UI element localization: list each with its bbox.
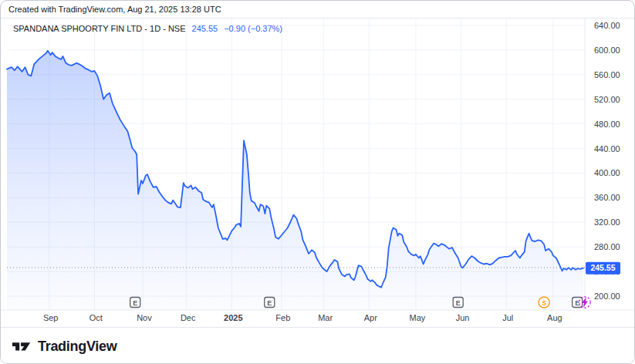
- price-axis-label: 440.00: [594, 144, 620, 153]
- time-axis-label: Sep: [43, 313, 59, 322]
- price-axis-label: 360.00: [594, 193, 620, 202]
- split-badge[interactable]: S: [539, 297, 549, 308]
- earnings-letter: E: [456, 299, 461, 307]
- time-axis-label: Apr: [364, 313, 377, 322]
- time-axis-label: Dec: [181, 313, 196, 322]
- time-axis-label: Oct: [90, 313, 103, 322]
- price-axis-label: 400.00: [594, 168, 620, 177]
- chart-area: 640.00600.00560.00520.00480.00440.00400.…: [1, 19, 635, 327]
- price-axis-label: 200.00: [594, 292, 620, 301]
- time-axis-label: Jun: [456, 313, 470, 322]
- earnings-badge[interactable]: E: [265, 298, 275, 308]
- attribution-bar: Created with TradingView.com, Aug 21, 20…: [1, 1, 634, 19]
- tradingview-logo-icon[interactable]: [12, 340, 32, 352]
- price-axis-label: 560.00: [594, 70, 620, 79]
- price-axis-label: 280.00: [594, 242, 620, 251]
- footer-bar: TradingView: [1, 327, 634, 364]
- price-axis[interactable]: 640.00600.00560.00520.00480.00440.00400.…: [594, 21, 620, 301]
- time-axis[interactable]: SepOctNovDec2025FebMarAprMayJunJulAug: [43, 313, 562, 322]
- time-axis-label: May: [410, 313, 426, 322]
- area-fill: [7, 51, 583, 310]
- price-axis-label: 600.00: [594, 46, 620, 55]
- split-letter: S: [542, 299, 546, 307]
- earnings-letter: E: [575, 299, 579, 307]
- price-axis-label: 640.00: [594, 21, 620, 30]
- time-axis-label: 2025: [224, 313, 242, 322]
- earnings-badge[interactable]: E: [130, 298, 140, 308]
- svg-text:245.55: 245.55: [590, 263, 615, 272]
- time-axis-label: Jul: [502, 313, 513, 322]
- chart-snapshot-frame: Created with TradingView.com, Aug 21, 20…: [0, 0, 635, 364]
- price-axis-label: 520.00: [594, 95, 620, 104]
- time-axis-label: Aug: [547, 313, 562, 322]
- time-axis-label: Mar: [318, 313, 333, 322]
- price-chart[interactable]: 640.00600.00560.00520.00480.00440.00400.…: [1, 19, 635, 327]
- earnings-badge[interactable]: E: [573, 298, 583, 308]
- tradingview-brand-text[interactable]: TradingView: [38, 339, 117, 355]
- time-axis-label: Feb: [275, 313, 290, 322]
- price-axis-label: 320.00: [594, 217, 620, 227]
- earnings-badge[interactable]: E: [453, 298, 463, 308]
- attribution-text: Created with TradingView.com, Aug 21, 20…: [8, 5, 221, 14]
- time-axis-label: Nov: [137, 313, 152, 322]
- price-axis-label: 480.00: [594, 120, 620, 129]
- earnings-letter: E: [267, 299, 272, 307]
- earnings-letter: E: [133, 299, 137, 307]
- last-price-tag: 245.55: [586, 262, 620, 275]
